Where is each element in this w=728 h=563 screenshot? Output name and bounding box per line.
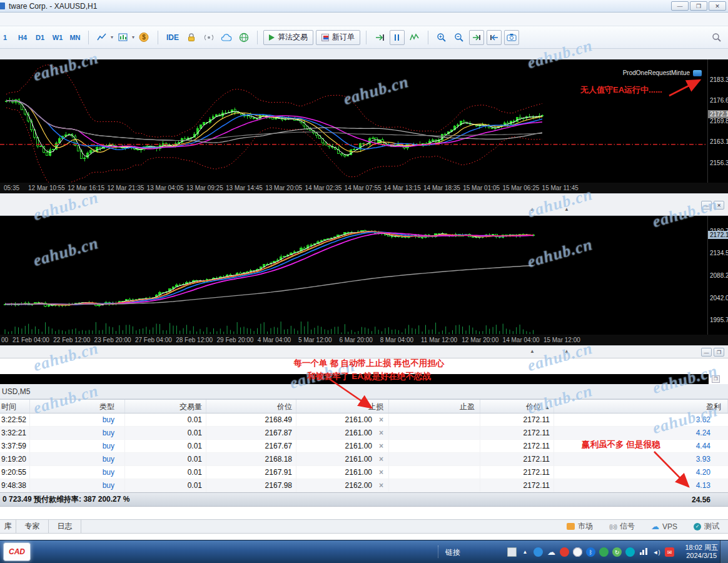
tray-app-icon[interactable]: [533, 547, 543, 557]
remove-sl-button[interactable]: [379, 479, 383, 492]
ea-label: ProdOneRequestMintue: [623, 69, 702, 76]
table-row[interactable]: 9:19:20buy0.012168.182161.002172.113.93: [0, 453, 728, 466]
time-tick: 12 Mar 21:35: [107, 185, 144, 191]
subwindow-arrow-icon: [530, 348, 535, 354]
column-profit[interactable]: 盈利: [554, 400, 728, 413]
indicators-icon[interactable]: [116, 30, 131, 45]
toolbox-tab-experts[interactable]: 专家: [16, 520, 49, 533]
table-row[interactable]: 3:22:52buy0.012168.492161.002172.113.62: [0, 413, 728, 427]
tray-alert-icon[interactable]: [560, 547, 569, 557]
minimize-button[interactable]: [701, 201, 712, 210]
mail-icon[interactable]: [665, 547, 674, 557]
sync-icon[interactable]: [612, 547, 622, 557]
remove-sl-button[interactable]: [379, 440, 383, 452]
status-items: 市场 信号 VPS 测试: [567, 521, 728, 532]
maximize-button[interactable]: [714, 348, 724, 357]
bluetooth-icon[interactable]: [586, 547, 595, 557]
minimize-button[interactable]: [671, 1, 689, 11]
status-tester[interactable]: 测试: [694, 521, 719, 532]
chart-h1[interactable]: 2183.362176.612169.862163.112156.362172.…: [0, 59, 728, 183]
price-tick: 2156.36: [710, 160, 728, 166]
step-forward-icon[interactable]: [469, 30, 484, 45]
taskbar-links[interactable]: 链接: [445, 547, 460, 558]
timeframe-h4-button[interactable]: H4: [15, 32, 30, 43]
network-icon[interactable]: [639, 547, 648, 557]
table-row[interactable]: 3:32:21buy0.012167.872161.002172.114.24: [0, 427, 728, 440]
chart-shift-icon[interactable]: [390, 30, 405, 45]
volume-icon[interactable]: [652, 547, 661, 557]
status-vps[interactable]: VPS: [651, 522, 677, 531]
column-price-current[interactable]: 价位: [480, 400, 554, 413]
search-icon[interactable]: [709, 30, 724, 45]
status-market[interactable]: 市场: [567, 521, 593, 532]
cell-time: 9:19:20: [0, 453, 30, 465]
chart-overview[interactable]: 2180.762134.512088.262042.011995.762172.…: [0, 216, 728, 335]
timeframe-w1-button[interactable]: W1: [50, 32, 65, 43]
zoom-out-icon[interactable]: [452, 30, 467, 45]
column-volume[interactable]: 交易量: [125, 400, 206, 413]
price-tick: 2134.51: [710, 250, 728, 256]
currency-icon[interactable]: $: [137, 30, 152, 45]
toolbar-separator: [158, 31, 158, 44]
timeframe-m1-button[interactable]: 1: [0, 32, 13, 43]
timeframe-d1-button[interactable]: D1: [33, 32, 48, 43]
column-time[interactable]: 时间: [0, 400, 30, 413]
screenshot-icon[interactable]: [504, 30, 519, 45]
toolbox-tab-journal[interactable]: 日志: [49, 520, 81, 533]
minimize-button[interactable]: [701, 348, 712, 357]
close-button[interactable]: [714, 201, 724, 210]
maximize-button[interactable]: [690, 1, 707, 11]
algo-trading-button[interactable]: 算法交易: [263, 30, 313, 45]
web-terminal-icon[interactable]: [236, 30, 251, 45]
zoom-in-icon[interactable]: [434, 30, 449, 45]
chart-h1-time-axis[interactable]: 05:3512 Mar 10:5512 Mar 16:1512 Mar 21:3…: [0, 183, 728, 193]
touch-keyboard-icon[interactable]: [507, 547, 517, 557]
chart-h1-price-scale[interactable]: 2183.362176.612169.862163.112156.362172.…: [707, 59, 728, 183]
show-desktop-button[interactable]: [720, 540, 728, 563]
ide-button[interactable]: IDE: [164, 33, 181, 42]
new-order-button[interactable]: 新订单: [316, 30, 360, 45]
step-back-icon[interactable]: [487, 30, 502, 45]
remove-sl-button[interactable]: [379, 466, 383, 479]
lock-icon[interactable]: [184, 30, 199, 45]
caption-buttons: [671, 1, 728, 11]
remove-sl-button[interactable]: [379, 427, 383, 439]
autoscroll-icon[interactable]: [372, 30, 387, 45]
current-price-label: 2172.11: [708, 110, 728, 118]
tick-chart-icon[interactable]: [407, 30, 422, 45]
remove-sl-button[interactable]: [379, 453, 383, 465]
column-type[interactable]: 类型: [30, 400, 125, 413]
column-price[interactable]: 价位: [206, 400, 296, 413]
chart-line-type-icon[interactable]: [94, 30, 109, 45]
timeframe-mn-button[interactable]: MN: [68, 32, 83, 43]
toolbox-tab-library[interactable]: 库: [0, 520, 16, 533]
taskbar-app-cad[interactable]: CAD: [3, 542, 31, 561]
tray-app-icon[interactable]: [573, 547, 582, 557]
signal-icon[interactable]: [201, 30, 216, 45]
cell-price-current: 2172.11: [480, 413, 554, 426]
ea-hat-icon[interactable]: [693, 70, 702, 76]
svg-text:$: $: [142, 34, 146, 41]
restore-window-button[interactable]: [712, 375, 720, 383]
hidden-icons-chevron[interactable]: [520, 547, 530, 557]
column-tp[interactable]: 止盈: [389, 400, 480, 413]
cloud-icon[interactable]: [219, 30, 234, 45]
tester-icon: [694, 523, 701, 530]
remove-sl-button[interactable]: [379, 413, 383, 426]
taskbar-clock[interactable]: 18:02 周五 2024/3/15: [685, 544, 718, 560]
chart-overview-time-axis[interactable]: 0021 Feb 04:0022 Feb 12:0023 Feb 20:0027…: [0, 335, 728, 345]
table-row[interactable]: 9:48:38buy0.012167.982162.002172.114.13: [0, 479, 728, 492]
chevron-down-icon[interactable]: [132, 34, 134, 40]
tray-cloud-icon[interactable]: [547, 547, 556, 557]
tray-app-icon[interactable]: [625, 547, 635, 557]
cell-profit: 3.62: [554, 413, 728, 426]
chart-tab-m5[interactable]: USD,M5: [0, 387, 30, 396]
chart-overview-price-scale[interactable]: 2180.762134.512088.262042.011995.762172.…: [707, 216, 728, 335]
cell-price: 2167.87: [206, 427, 296, 439]
chevron-down-icon[interactable]: [111, 34, 113, 40]
close-button[interactable]: [709, 1, 726, 11]
tray-app-icon[interactable]: [599, 547, 609, 557]
status-signals[interactable]: 信号: [609, 521, 635, 532]
table-row[interactable]: 9:20:55buy0.012167.912161.002172.114.20: [0, 466, 728, 479]
column-sl[interactable]: 止损: [296, 400, 389, 413]
